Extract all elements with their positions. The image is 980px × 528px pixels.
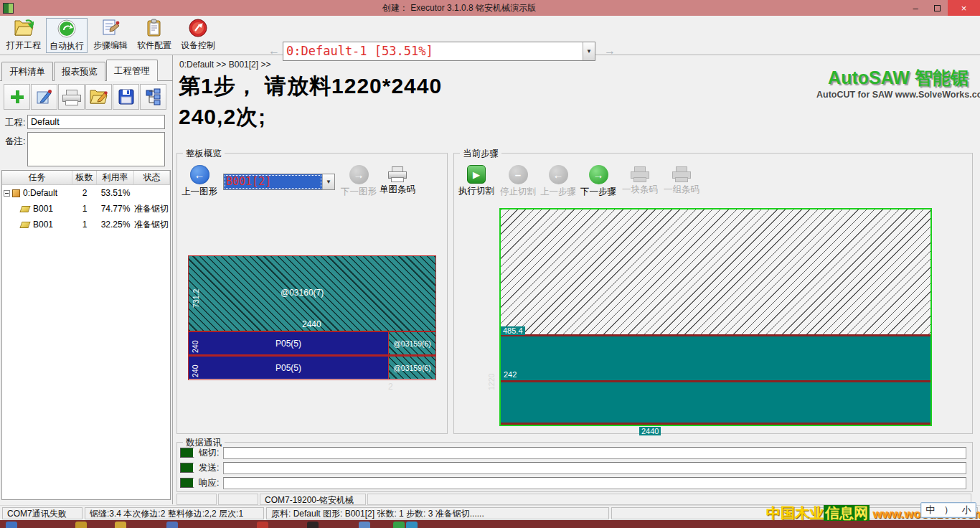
pattern-select[interactable]: B001[2] ▼ xyxy=(223,174,335,190)
com-status: COM7通讯失败 xyxy=(2,507,83,519)
task-name: 0:Default xyxy=(23,188,57,198)
pattern-select-arrow[interactable]: ▼ xyxy=(322,174,334,189)
restore-icon xyxy=(934,5,941,11)
add-button[interactable] xyxy=(4,84,30,110)
pattern-combobox-value: 0:Default-1 [53.51%] xyxy=(283,42,583,60)
close-button[interactable]: × xyxy=(948,0,980,16)
task-rate: 32.25% xyxy=(97,220,134,230)
restore-button[interactable] xyxy=(926,0,948,16)
send-field[interactable] xyxy=(223,462,966,474)
collapse-icon[interactable] xyxy=(4,190,10,197)
comm-row: 发送: xyxy=(180,461,966,474)
taskbar-app-icon[interactable] xyxy=(115,522,126,528)
project-label: 工程: xyxy=(5,117,25,129)
taskbar-app-icon[interactable] xyxy=(393,522,405,528)
region-width-label: 2440 xyxy=(302,319,321,329)
block-barcode-button[interactable]: 一块条码 xyxy=(621,165,659,196)
ime-shape-icon[interactable]: ） xyxy=(943,504,953,517)
com-port-segment: COM7-19200-铭安机械 xyxy=(260,494,366,505)
table-row[interactable]: B001 1 74.77% 准备锯切 xyxy=(2,201,170,217)
watermark-part2: 信息网 xyxy=(824,505,870,521)
header-status[interactable]: 状态 xyxy=(134,171,170,184)
current-step-diagram[interactable]: 485.4 242 xyxy=(499,208,932,426)
prev-step-button[interactable]: ← 上一步骤 xyxy=(539,165,578,198)
ime-bar[interactable]: 中 ） 小 xyxy=(920,502,976,518)
header-rate[interactable]: 利用率 xyxy=(97,171,134,184)
prev-pattern-icon: ← xyxy=(190,165,209,184)
brand-logo: AutoSAW 智能锯 AutoCUT for SAW www.SolveWor… xyxy=(816,66,980,100)
auto-run-button[interactable]: 自动执行 xyxy=(46,18,88,53)
open-project-button[interactable]: 打开工程 xyxy=(3,18,44,53)
current-step-group-title: 当前步骤 xyxy=(460,148,501,160)
saw-field[interactable] xyxy=(223,447,966,459)
print-button[interactable] xyxy=(58,84,85,110)
software-config-button[interactable]: 软件配置 xyxy=(133,18,175,53)
pattern-next-icon[interactable]: → xyxy=(604,44,616,57)
comm-row: 锯切: xyxy=(180,446,966,459)
pattern-combobox[interactable]: 0:Default-1 [53.51%] ▼ xyxy=(283,42,595,61)
note-textarea[interactable] xyxy=(27,132,165,166)
stop-cut-button[interactable]: – 停止切割 xyxy=(499,165,537,198)
job-info: 原料: Default 图形: B001[2] 张数: 1 步数: 3 准备锯切… xyxy=(266,507,609,519)
start-button-icon[interactable] xyxy=(6,522,17,528)
project-panel: 开料清单 报表预览 工程管理 工程: 备注: 任务 板数 利用率 状态 0:De… xyxy=(0,55,173,504)
watermark-part1: 中国木业 xyxy=(766,505,824,521)
taskbar-app-icon[interactable] xyxy=(406,522,418,528)
table-row[interactable]: B001 1 32.25% 准备锯切 xyxy=(2,217,170,232)
pattern-select-value: B001[2] xyxy=(224,174,322,189)
group-barcode-button[interactable]: 一组条码 xyxy=(662,165,701,196)
project-input[interactable] xyxy=(27,115,165,129)
next-step-button[interactable]: → 下一步骤 xyxy=(579,165,618,198)
title-bar: 创建： Executor 3.1.0.8 铭安机械演示版 – × xyxy=(0,0,980,16)
part-block: P05(5) 240 xyxy=(189,357,388,379)
run-cut-icon: ▶ xyxy=(467,165,486,184)
taskbar-app-icon[interactable] xyxy=(166,522,178,528)
data-comm-group: 数据通讯 锯切: 发送: 响应: xyxy=(176,442,973,492)
offcut-label: @03159(6) xyxy=(393,364,431,372)
tab-cut-list[interactable]: 开料清单 xyxy=(1,62,53,81)
ime-tool-icon[interactable]: 小 xyxy=(962,504,971,517)
step-edit-label: 步骤编辑 xyxy=(93,39,128,52)
strip-row: P05(5) 240 @03159(6) xyxy=(189,357,435,379)
response-field[interactable] xyxy=(223,477,966,489)
next-pattern-button[interactable]: → 下一图形 xyxy=(339,165,378,198)
save-icon xyxy=(118,88,135,105)
offcut-region-label: @03160(7) xyxy=(281,288,324,298)
strip-row: P05(5) 240 @03159(6) xyxy=(189,332,435,354)
response-label: 响应: xyxy=(199,477,223,489)
edit-button[interactable] xyxy=(31,84,57,110)
prev-pattern-button[interactable]: ← 上一图形 xyxy=(180,165,219,198)
tab-report-preview[interactable]: 报表预览 xyxy=(54,62,105,81)
left-tabs: 开料清单 报表预览 工程管理 xyxy=(1,62,159,81)
pattern-prev-icon[interactable]: ← xyxy=(268,44,280,57)
pattern-combobox-arrow[interactable]: ▼ xyxy=(583,42,595,60)
ime-lang-icon[interactable]: 中 xyxy=(925,504,935,517)
note-label: 备注: xyxy=(5,136,25,148)
device-control-button[interactable]: 设备控制 xyxy=(177,18,219,53)
open-project-label: 打开工程 xyxy=(6,39,41,52)
taskbar-app-icon[interactable] xyxy=(75,522,87,528)
task-status: 准备锯切 xyxy=(134,219,170,231)
header-task[interactable]: 任务 xyxy=(2,171,72,184)
taskbar-app-icon[interactable] xyxy=(307,522,319,528)
tab-project-manage[interactable]: 工程管理 xyxy=(106,60,158,81)
open-project-icon xyxy=(14,18,34,38)
step-edit-button[interactable]: 步骤编辑 xyxy=(90,18,131,53)
taskbar-app-icon[interactable] xyxy=(359,522,370,528)
tree-button[interactable] xyxy=(140,84,166,110)
header-boards[interactable]: 板数 xyxy=(72,171,97,184)
status-segment xyxy=(218,494,258,505)
open-edit-button[interactable] xyxy=(85,84,112,110)
plus-icon xyxy=(9,89,25,105)
table-row[interactable]: 0:Default 2 53.51% xyxy=(2,185,170,201)
run-cut-button[interactable]: ▶ 执行切割 xyxy=(457,165,496,197)
send-label: 发送: xyxy=(199,462,223,474)
minimize-button[interactable]: – xyxy=(905,0,926,16)
single-barcode-button[interactable]: 单图条码 xyxy=(378,165,417,196)
overview-group: 整板概览 ← 上一图形 B001[2] ▼ → 下一图形 单图条码 @03160… xyxy=(176,153,448,434)
pattern-overview-diagram[interactable]: @03160(7) 731.2 2440 P05(5) 240 @03159(6… xyxy=(188,255,436,380)
folder-pencil-icon xyxy=(90,88,108,105)
board-width-label: 2440 xyxy=(639,427,661,435)
taskbar-app-icon[interactable] xyxy=(257,522,268,528)
save-button[interactable] xyxy=(113,84,139,110)
